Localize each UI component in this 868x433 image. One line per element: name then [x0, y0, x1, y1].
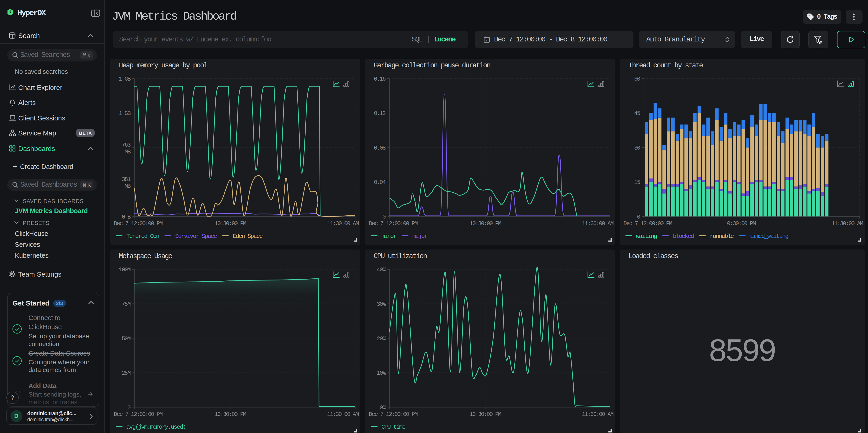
- svg-text:Tenured Gen: Tenured Gen: [126, 233, 159, 240]
- svg-text:0.04: 0.04: [374, 179, 385, 186]
- svg-text:30%: 30%: [376, 301, 386, 308]
- svg-text:60: 60: [634, 75, 640, 82]
- svg-text:Dec 7 12:00:00 PM: Dec 7 12:00:00 PM: [369, 411, 417, 418]
- svg-text:10%: 10%: [376, 370, 386, 376]
- svg-text:11:30:00 AM: 11:30:00 AM: [582, 411, 613, 418]
- svg-text:major: major: [412, 233, 427, 240]
- svg-text:blocked: blocked: [673, 233, 694, 240]
- svg-text:10:30:00 PM: 10:30:00 PM: [215, 220, 246, 227]
- svg-text:avg(jvm.memory.used): avg(jvm.memory.used): [126, 424, 186, 431]
- svg-text:Eden Space: Eden Space: [233, 233, 262, 240]
- svg-text:20%: 20%: [376, 336, 386, 342]
- svg-text:0: 0: [382, 214, 385, 220]
- svg-text:Dec 7 12:00:00 PM: Dec 7 12:00:00 PM: [369, 220, 417, 227]
- svg-text:0%: 0%: [379, 405, 386, 411]
- svg-text:11:30:00 AM: 11:30:00 AM: [582, 220, 613, 227]
- svg-text:381: 381: [122, 176, 130, 183]
- svg-text:40%: 40%: [376, 267, 386, 273]
- svg-text:runnable: runnable: [710, 233, 734, 240]
- svg-text:10:30:00 PM: 10:30:00 PM: [469, 220, 501, 227]
- svg-text:1 GB: 1 GB: [119, 75, 131, 82]
- svg-text:0.08: 0.08: [374, 145, 385, 151]
- svg-text:11:30:00 AM: 11:30:00 AM: [831, 220, 863, 227]
- svg-text:1 GB: 1 GB: [119, 110, 131, 117]
- svg-text:100M: 100M: [119, 267, 131, 273]
- svg-text:waiting: waiting: [636, 233, 657, 240]
- svg-text:50M: 50M: [122, 336, 130, 342]
- svg-text:CPU time: CPU time: [381, 424, 405, 431]
- svg-text:0.16: 0.16: [374, 75, 385, 82]
- svg-text:0: 0: [637, 214, 640, 220]
- svg-text:minor: minor: [381, 233, 396, 240]
- svg-text:Dec 7 12:00:00 PM: Dec 7 12:00:00 PM: [114, 220, 162, 227]
- svg-text:Dec 7 12:00:00 PM: Dec 7 12:00:00 PM: [623, 220, 672, 227]
- svg-text:10:30:00 PM: 10:30:00 PM: [724, 220, 756, 227]
- svg-text:763: 763: [122, 142, 130, 148]
- svg-text:MB: MB: [125, 148, 131, 155]
- svg-text:8599: 8599: [709, 333, 775, 368]
- svg-text:45: 45: [634, 110, 640, 117]
- svg-text:25M: 25M: [122, 370, 130, 376]
- svg-text:timed_waiting: timed_waiting: [750, 233, 788, 240]
- svg-text:0.12: 0.12: [374, 110, 385, 117]
- svg-text:Dec 7 12:00:00 PM: Dec 7 12:00:00 PM: [114, 411, 162, 418]
- svg-text:11:30:00 AM: 11:30:00 AM: [327, 220, 359, 227]
- svg-text:10:30:00 PM: 10:30:00 PM: [469, 411, 501, 418]
- svg-text:75M: 75M: [122, 301, 130, 308]
- svg-text:10:30:00 PM: 10:30:00 PM: [215, 411, 246, 418]
- svg-text:MB: MB: [125, 183, 131, 189]
- svg-text:0 B: 0 B: [122, 214, 131, 220]
- svg-text:0: 0: [127, 405, 130, 411]
- svg-text:15: 15: [634, 179, 640, 186]
- svg-text:11:30:00 AM: 11:30:00 AM: [327, 411, 359, 418]
- svg-text:30: 30: [634, 145, 640, 151]
- svg-text:Survivor Space: Survivor Space: [175, 233, 217, 240]
